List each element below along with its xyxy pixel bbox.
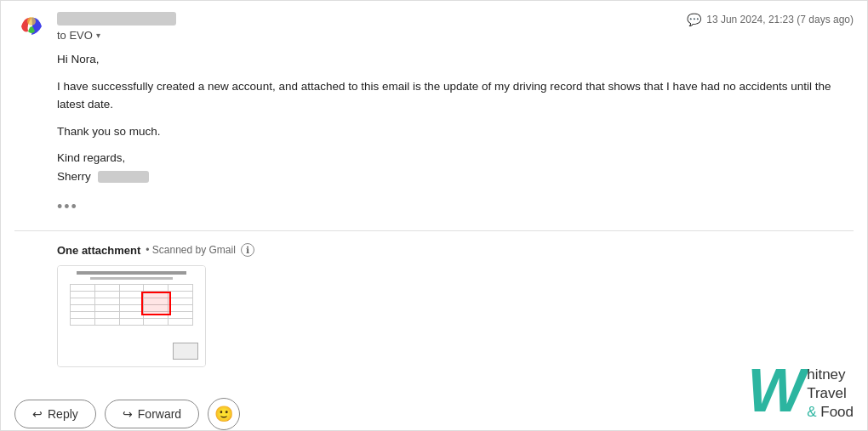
brand-text: hitney Travel & Food (807, 359, 854, 422)
email-container: to EVO ▾ 💬 13 Jun 2024, 21:23 (7 days ag… (1, 1, 867, 376)
action-bar: ↩ Reply ↪ Forward 🙂 (1, 384, 867, 431)
brand-line1: hitney (807, 366, 854, 384)
greeting: Hi Nora, (57, 50, 854, 69)
dropdown-arrow-icon: ▾ (96, 31, 100, 40)
reply-button[interactable]: ↩ Reply (14, 400, 96, 428)
sender-area: to EVO ▾ (14, 9, 176, 43)
avatar (14, 9, 49, 43)
expand-thread-button[interactable]: ••• (57, 195, 854, 219)
attachment-label: One attachment (57, 244, 140, 257)
to-evo-dropdown[interactable]: to EVO ▾ (57, 29, 176, 42)
brand-logo: W hitney Travel & Food (747, 359, 854, 422)
reply-label: Reply (48, 407, 78, 421)
signature: Sherry (57, 170, 91, 183)
emoji-reaction-button[interactable]: 🙂 (208, 398, 240, 430)
attachment-section: One attachment • Scanned by Gmail ℹ (57, 243, 854, 367)
timestamp: 13 Jun 2024, 21:23 (7 days ago) (706, 14, 854, 26)
brand-line3: & Food (807, 403, 854, 422)
closing: Kind regards, Sherry (57, 149, 854, 185)
reply-icon: ↩ (32, 407, 43, 421)
brand-ampersand: & (807, 404, 816, 420)
email-header: to EVO ▾ 💬 13 Jun 2024, 21:23 (7 days ag… (14, 9, 854, 43)
section-divider (14, 230, 854, 231)
timestamp-area: 💬 13 Jun 2024, 21:23 (7 days ago) (687, 9, 854, 26)
red-stamp-box (141, 292, 171, 315)
forward-label: Forward (138, 407, 181, 421)
surname-blurred (98, 171, 149, 183)
forward-button[interactable]: ↪ Forward (105, 400, 199, 428)
body-paragraph2: Thank you so much. (57, 122, 854, 141)
sender-info: to EVO ▾ (57, 12, 176, 42)
doc-content (63, 271, 200, 326)
chat-icon: 💬 (687, 13, 701, 26)
forward-icon: ↪ (123, 407, 133, 421)
email-body: Hi Nora, I have successfully created a n… (57, 50, 854, 218)
doc-stamp (173, 343, 198, 360)
brand-letter: W (747, 360, 805, 421)
brand-line2: Travel (807, 384, 854, 403)
attachment-thumbnail[interactable] (57, 265, 206, 367)
brand-food: Food (820, 404, 854, 420)
svg-point-1 (27, 17, 36, 26)
emoji-icon: 🙂 (214, 405, 233, 423)
scanned-badge: • Scanned by Gmail (146, 244, 236, 256)
doc-title-line (77, 271, 186, 275)
doc-subtitle-line (90, 277, 173, 280)
attachment-header: One attachment • Scanned by Gmail ℹ (57, 243, 854, 257)
sender-name-blurred (57, 12, 176, 26)
doc-preview (58, 266, 205, 366)
doc-table (70, 284, 193, 326)
body-paragraph1: I have successfully created a new accoun… (57, 77, 854, 114)
to-evo-text: to EVO (57, 29, 93, 42)
info-icon[interactable]: ℹ (241, 243, 254, 257)
